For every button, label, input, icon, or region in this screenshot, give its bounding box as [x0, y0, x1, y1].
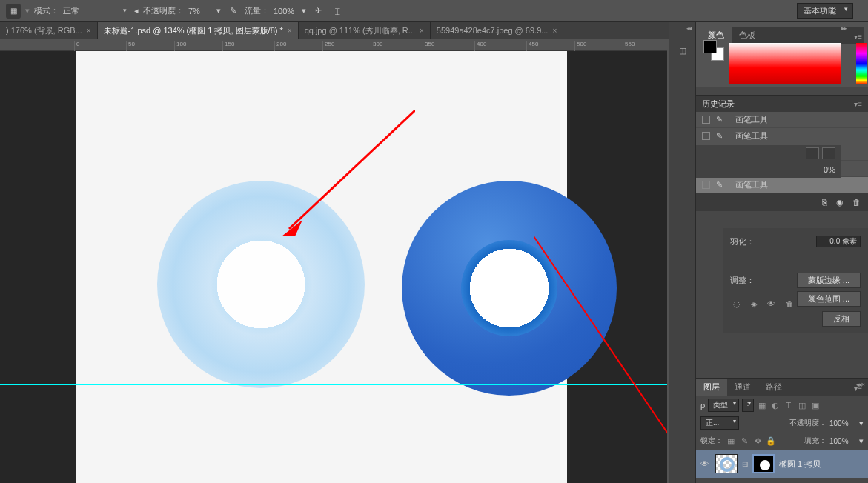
mask-side-strip: 0% [696, 145, 841, 178]
canvas-viewport[interactable]: 飞特网 FEVTE.COM [0, 51, 667, 483]
close-icon[interactable]: × [87, 27, 91, 35]
layers-panel: ◂◂ × 图层 通道 路径 ▾≡ ρ 类型 ÷ ▦ ◐ T ◫ ▣ 正... 不… [696, 378, 868, 483]
blend-mode-dropdown[interactable]: 正常 [63, 5, 130, 16]
collapse-arrows-icon[interactable]: ▸▸ [841, 24, 846, 32]
opacity-value[interactable]: 100% [829, 419, 856, 427]
opacity-value[interactable]: 7% [188, 7, 212, 16]
filter-shape-icon[interactable]: ◫ [797, 401, 807, 410]
history-item[interactable]: ✎画笔工具 [696, 177, 868, 193]
collapsed-panel-strip: ◂◂ ◫ [669, 22, 696, 483]
document-tab[interactable]: 55949a428e4c7.jpeg @ 69.9...× [431, 22, 563, 39]
options-bar: ▦ ▾ 模式： 正常 ◂ 不透明度： 7% ▾ ✎ 流量： 100% ▾ ✈ ⌶… [0, 0, 868, 22]
new-document-icon[interactable]: ⎘ [822, 198, 827, 207]
tab-channels[interactable]: 通道 [727, 379, 758, 396]
tab-paths[interactable]: 路径 [758, 379, 789, 396]
flow-label: 流量： [245, 5, 269, 16]
tab-swatches[interactable]: 色板 [732, 27, 763, 44]
lock-move-icon[interactable]: ✥ [752, 436, 763, 446]
fg-color-swatch[interactable] [703, 40, 717, 53]
adjust-label: 调整： [730, 275, 755, 286]
color-ramp[interactable] [729, 43, 841, 84]
panel-menu-icon[interactable]: ▾≡ [851, 382, 865, 396]
filter-smart-icon[interactable]: ▣ [810, 401, 821, 410]
app-icon: ▦ [6, 4, 21, 19]
caret-icon: ▾ [216, 6, 221, 16]
history-item[interactable]: ✎画笔工具 [696, 112, 868, 128]
history-title: 历史记录 [702, 99, 735, 110]
document-tab[interactable]: qq.jpg @ 111% (秀川临摹, R...× [299, 22, 431, 39]
close-icon[interactable]: × [288, 27, 292, 35]
close-icon[interactable]: × [420, 27, 424, 35]
history-item[interactable]: ✎画笔工具 [696, 128, 868, 144]
lock-all-icon[interactable]: 🔒 [766, 436, 776, 446]
feather-input[interactable] [816, 236, 861, 247]
snapshot-icon[interactable]: ◉ [836, 198, 844, 207]
density-value[interactable]: 0% [824, 165, 835, 174]
caret-icon: ◂ [134, 6, 139, 16]
document-tab[interactable]: 未标题-1.psd @ 134% (椭圆 1 拷贝, 图层蒙版/8) *× [98, 22, 299, 39]
dark-donut-shape [402, 181, 617, 396]
filter-pixel-icon[interactable]: ▦ [757, 401, 767, 410]
color-panel: 颜色 色板 ▾≡ ▸▸ [696, 22, 868, 87]
canvas: 飞特网 FEVTE.COM [76, 51, 567, 483]
eye-icon[interactable]: 👁 [767, 299, 775, 308]
layer-thumbnail[interactable] [715, 454, 738, 473]
mode-label: 模式： [34, 5, 59, 16]
airbrush-icon[interactable]: ✈ [311, 4, 325, 18]
panel-menu-icon[interactable]: ▾≡ [851, 97, 865, 111]
trash-icon[interactable]: 🗑 [786, 299, 794, 308]
document-tab[interactable]: ) 176% (背景, RGB...× [0, 22, 98, 39]
color-range-button[interactable]: 颜色范围 ... [797, 291, 861, 307]
tab-layers[interactable]: 图层 [696, 379, 727, 396]
brush-icon: ✎ [716, 131, 729, 141]
panel-menu-icon[interactable]: ▾≡ [851, 30, 865, 44]
lock-label: 锁定： [700, 436, 723, 446]
light-donut-shape [157, 181, 365, 388]
invert-button[interactable]: 反相 [822, 311, 861, 327]
lock-pixels-icon[interactable]: ▦ [726, 436, 736, 446]
pixel-mask-icon[interactable] [806, 147, 819, 159]
blend-mode-dropdown[interactable]: 正... [700, 416, 739, 430]
fill-label: 填充： [804, 436, 826, 446]
close-icon[interactable]: × [552, 27, 557, 35]
opacity-label: 不透明度： [789, 418, 826, 428]
layer-name[interactable]: 椭圆 1 拷贝 [779, 459, 821, 470]
lock-brush-icon[interactable]: ✎ [739, 436, 749, 446]
brush-icon: ✎ [716, 180, 729, 190]
apply-mask-icon[interactable]: ◈ [751, 299, 757, 309]
trash-icon[interactable]: 🗑 [852, 198, 861, 207]
collapse-arrows-icon[interactable]: ◂◂ [686, 24, 691, 32]
caret-icon: ▾ [302, 6, 306, 16]
pressure-opacity-icon[interactable]: ✎ [225, 4, 240, 18]
flow-value[interactable]: 100% [274, 7, 297, 16]
filter-adjust-icon[interactable]: ◐ [770, 401, 781, 410]
panel-icon[interactable]: ◫ [674, 41, 692, 59]
guide-line[interactable] [0, 384, 667, 385]
vector-mask-icon[interactable] [822, 147, 835, 159]
hue-strip[interactable] [856, 43, 867, 84]
filter-text-icon[interactable]: T [783, 401, 794, 410]
inner-ring [461, 240, 557, 336]
pressure-size-icon[interactable]: ⌶ [330, 4, 345, 18]
link-icon[interactable]: ⊟ [742, 460, 748, 468]
visibility-eye-icon[interactable]: 👁 [700, 459, 711, 468]
layer-row[interactable]: 👁 ⊟ 椭圆 1 拷贝 [696, 450, 868, 478]
workspace-dropdown[interactable]: 基本功能 [797, 3, 853, 19]
mask-thumbnail[interactable] [752, 454, 775, 473]
fill-value[interactable]: 100% [829, 437, 856, 445]
feather-label: 羽化： [730, 236, 755, 247]
mask-properties-panel: 羽化： 调整： 蒙版边缘 ... 颜色范围 ... 反相 ◌ ◈ 👁 🗑 [723, 228, 868, 333]
filter-kind-dropdown[interactable]: 类型 [708, 399, 739, 412]
load-selection-icon[interactable]: ◌ [733, 299, 741, 309]
opacity-label: 不透明度： [143, 5, 184, 16]
dropdown-divider-icon: ▾ [25, 6, 30, 16]
mask-edge-button[interactable]: 蒙版边缘 ... [797, 273, 861, 288]
brush-icon: ✎ [716, 115, 729, 124]
panels-column: ◂◂ ◫ 颜色 色板 ▾≡ ▸▸ ◂◂ × 历史记录▾≡ ✎画笔工具 ✎画笔工具 [669, 22, 868, 483]
horizontal-ruler: 0 50 100 150 200 250 300 350 400 450 500… [0, 39, 667, 51]
